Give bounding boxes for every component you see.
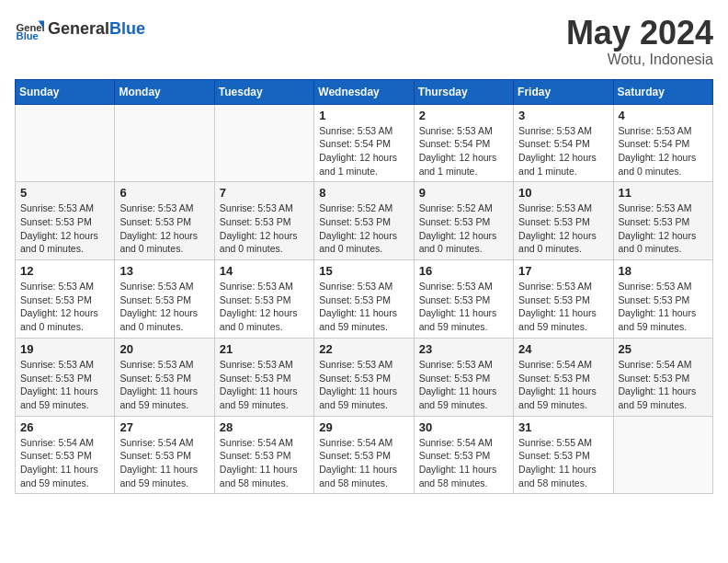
day-info: Sunrise: 5:53 AMSunset: 5:54 PMDaylight:… [419, 124, 508, 178]
day-info: Sunrise: 5:53 AMSunset: 5:53 PMDaylight:… [619, 201, 708, 256]
day-number: 7 [220, 186, 309, 200]
calendar-cell: 25Sunrise: 5:54 AMSunset: 5:53 PMDayligh… [613, 338, 712, 416]
svg-text:Blue: Blue [17, 30, 39, 41]
day-info: Sunrise: 5:53 AMSunset: 5:53 PMDaylight:… [220, 358, 309, 412]
calendar-cell: 11Sunrise: 5:53 AMSunset: 5:53 PMDayligh… [613, 182, 712, 260]
day-number: 12 [20, 264, 109, 278]
day-number: 24 [518, 342, 608, 356]
day-number: 22 [319, 342, 408, 356]
calendar-cell: 1Sunrise: 5:53 AMSunset: 5:54 PMDaylight… [314, 104, 414, 182]
day-number: 31 [518, 420, 608, 434]
day-number: 1 [319, 109, 408, 122]
calendar-cell: 18Sunrise: 5:53 AMSunset: 5:53 PMDayligh… [613, 260, 712, 339]
day-number: 8 [319, 186, 408, 200]
location: Wotu, Indonesia [566, 52, 713, 68]
day-info: Sunrise: 5:53 AMSunset: 5:54 PMDaylight:… [518, 124, 608, 178]
logo: General Blue GeneralBlue [15, 15, 145, 44]
day-number: 15 [319, 264, 408, 278]
calendar-cell: 7Sunrise: 5:53 AMSunset: 5:53 PMDaylight… [214, 182, 313, 260]
calendar-cell: 17Sunrise: 5:53 AMSunset: 5:53 PMDayligh… [514, 260, 613, 339]
weekday-header-monday: Monday [115, 79, 214, 104]
day-number: 25 [619, 342, 708, 356]
calendar-cell: 2Sunrise: 5:53 AMSunset: 5:54 PMDaylight… [414, 104, 513, 182]
calendar-cell: 12Sunrise: 5:53 AMSunset: 5:53 PMDayligh… [16, 260, 115, 339]
calendar-cell: 26Sunrise: 5:54 AMSunset: 5:53 PMDayligh… [16, 416, 115, 494]
day-number: 20 [119, 342, 209, 356]
calendar-cell: 13Sunrise: 5:53 AMSunset: 5:53 PMDayligh… [115, 260, 214, 339]
calendar-cell: 23Sunrise: 5:53 AMSunset: 5:53 PMDayligh… [414, 338, 513, 416]
day-number: 19 [20, 342, 109, 356]
day-info: Sunrise: 5:53 AMSunset: 5:53 PMDaylight:… [119, 280, 209, 334]
calendar-cell: 3Sunrise: 5:53 AMSunset: 5:54 PMDaylight… [514, 104, 613, 182]
calendar-cell: 21Sunrise: 5:53 AMSunset: 5:53 PMDayligh… [214, 338, 313, 416]
day-number: 6 [119, 186, 209, 200]
day-info: Sunrise: 5:53 AMSunset: 5:53 PMDaylight:… [319, 358, 408, 412]
calendar-week-1: 1Sunrise: 5:53 AMSunset: 5:54 PMDaylight… [16, 104, 713, 182]
weekday-header-thursday: Thursday [414, 79, 513, 104]
weekday-header-sunday: Sunday [16, 79, 115, 104]
day-number: 11 [619, 186, 708, 200]
day-info: Sunrise: 5:52 AMSunset: 5:53 PMDaylight:… [419, 201, 508, 256]
month-title: May 2024 [566, 15, 713, 52]
day-info: Sunrise: 5:54 AMSunset: 5:53 PMDaylight:… [119, 436, 209, 490]
day-info: Sunrise: 5:54 AMSunset: 5:53 PMDaylight:… [220, 436, 309, 490]
day-info: Sunrise: 5:52 AMSunset: 5:53 PMDaylight:… [319, 201, 408, 256]
day-number: 27 [119, 420, 209, 434]
day-info: Sunrise: 5:53 AMSunset: 5:53 PMDaylight:… [220, 201, 309, 256]
calendar-week-2: 5Sunrise: 5:53 AMSunset: 5:53 PMDaylight… [16, 182, 713, 260]
day-info: Sunrise: 5:54 AMSunset: 5:53 PMDaylight:… [619, 358, 708, 412]
calendar-cell: 20Sunrise: 5:53 AMSunset: 5:53 PMDayligh… [115, 338, 214, 416]
calendar-week-4: 19Sunrise: 5:53 AMSunset: 5:53 PMDayligh… [16, 338, 713, 416]
day-number: 10 [518, 186, 608, 200]
title-block: May 2024 Wotu, Indonesia [566, 15, 713, 68]
page-header: General Blue GeneralBlue May 2024 Wotu, … [15, 15, 713, 68]
calendar-week-3: 12Sunrise: 5:53 AMSunset: 5:53 PMDayligh… [16, 260, 713, 339]
day-info: Sunrise: 5:53 AMSunset: 5:53 PMDaylight:… [518, 201, 608, 256]
day-number: 14 [220, 264, 309, 278]
weekday-header-friday: Friday [514, 79, 613, 104]
day-info: Sunrise: 5:53 AMSunset: 5:53 PMDaylight:… [119, 201, 209, 256]
day-number: 29 [319, 420, 408, 434]
day-info: Sunrise: 5:53 AMSunset: 5:53 PMDaylight:… [419, 358, 508, 412]
day-number: 23 [419, 342, 508, 356]
day-info: Sunrise: 5:54 AMSunset: 5:53 PMDaylight:… [518, 358, 608, 412]
day-info: Sunrise: 5:53 AMSunset: 5:54 PMDaylight:… [619, 124, 708, 178]
calendar-cell: 19Sunrise: 5:53 AMSunset: 5:53 PMDayligh… [16, 338, 115, 416]
day-number: 3 [518, 109, 608, 122]
weekday-header-row: SundayMondayTuesdayWednesdayThursdayFrid… [16, 79, 713, 104]
calendar-cell: 14Sunrise: 5:53 AMSunset: 5:53 PMDayligh… [214, 260, 313, 339]
calendar-cell: 29Sunrise: 5:54 AMSunset: 5:53 PMDayligh… [314, 416, 414, 494]
day-number: 9 [419, 186, 508, 200]
day-number: 4 [619, 109, 708, 122]
calendar-week-5: 26Sunrise: 5:54 AMSunset: 5:53 PMDayligh… [16, 416, 713, 494]
logo-general-text: General [48, 19, 109, 38]
day-info: Sunrise: 5:53 AMSunset: 5:53 PMDaylight:… [220, 280, 309, 334]
day-info: Sunrise: 5:53 AMSunset: 5:53 PMDaylight:… [20, 358, 109, 412]
calendar-cell: 5Sunrise: 5:53 AMSunset: 5:53 PMDaylight… [16, 182, 115, 260]
calendar-cell: 27Sunrise: 5:54 AMSunset: 5:53 PMDayligh… [115, 416, 214, 494]
day-number: 16 [419, 264, 508, 278]
weekday-header-wednesday: Wednesday [314, 79, 414, 104]
day-number: 13 [119, 264, 209, 278]
day-info: Sunrise: 5:53 AMSunset: 5:53 PMDaylight:… [619, 280, 708, 334]
calendar-cell: 28Sunrise: 5:54 AMSunset: 5:53 PMDayligh… [214, 416, 313, 494]
day-number: 26 [20, 420, 109, 434]
calendar-cell [16, 104, 115, 182]
day-number: 5 [20, 186, 109, 200]
day-info: Sunrise: 5:53 AMSunset: 5:54 PMDaylight:… [319, 124, 408, 178]
calendar-cell [214, 104, 313, 182]
day-info: Sunrise: 5:53 AMSunset: 5:53 PMDaylight:… [518, 280, 608, 334]
day-number: 18 [619, 264, 708, 278]
calendar-cell: 24Sunrise: 5:54 AMSunset: 5:53 PMDayligh… [514, 338, 613, 416]
day-info: Sunrise: 5:54 AMSunset: 5:53 PMDaylight:… [419, 436, 508, 490]
day-number: 30 [419, 420, 508, 434]
logo-blue-text: Blue [109, 19, 145, 38]
day-info: Sunrise: 5:53 AMSunset: 5:53 PMDaylight:… [20, 201, 109, 256]
calendar-cell: 15Sunrise: 5:53 AMSunset: 5:53 PMDayligh… [314, 260, 414, 339]
calendar-cell [613, 416, 712, 494]
day-number: 21 [220, 342, 309, 356]
calendar-cell: 30Sunrise: 5:54 AMSunset: 5:53 PMDayligh… [414, 416, 513, 494]
calendar-cell: 16Sunrise: 5:53 AMSunset: 5:53 PMDayligh… [414, 260, 513, 339]
day-info: Sunrise: 5:53 AMSunset: 5:53 PMDaylight:… [20, 280, 109, 334]
calendar-cell: 9Sunrise: 5:52 AMSunset: 5:53 PMDaylight… [414, 182, 513, 260]
